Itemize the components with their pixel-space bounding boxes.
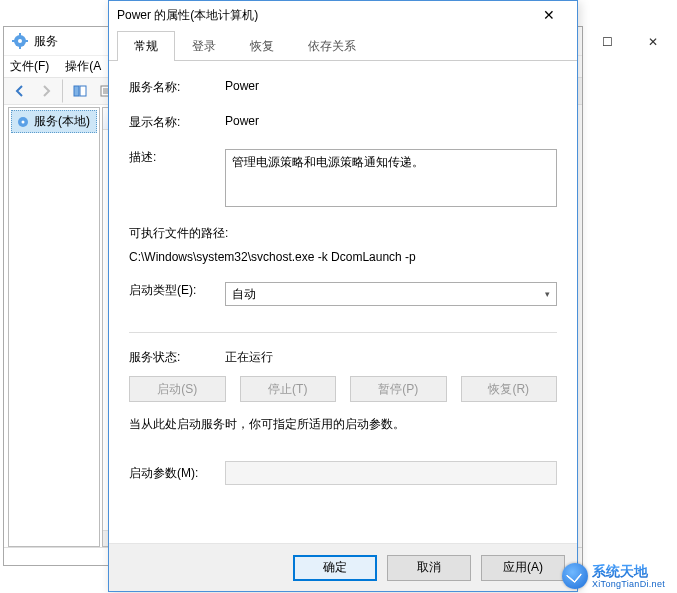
menu-file[interactable]: 文件(F) xyxy=(10,58,49,75)
services-title: 服务 xyxy=(34,33,58,50)
dialog-titlebar[interactable]: Power 的属性(本地计算机) ✕ xyxy=(109,1,577,29)
start-params-input xyxy=(225,461,557,485)
tab-general[interactable]: 常规 xyxy=(117,31,175,61)
svg-point-9 xyxy=(22,120,25,123)
label-startup-type: 启动类型(E): xyxy=(129,282,225,299)
tree-item-services-local[interactable]: 服务(本地) xyxy=(11,110,97,133)
dialog-footer: 确定 取消 应用(A) xyxy=(109,543,577,591)
dialog-body: 服务名称: Power 显示名称: Power 描述: 管理电源策略和电源策略通… xyxy=(109,61,577,543)
value-service-name: Power xyxy=(225,79,557,93)
chevron-down-icon: ▾ xyxy=(545,289,550,299)
svg-rect-3 xyxy=(80,86,86,96)
startup-type-select[interactable]: 自动 ▾ xyxy=(225,282,557,306)
dialog-close-button[interactable]: ✕ xyxy=(529,3,569,27)
close-button[interactable]: ✕ xyxy=(631,28,676,56)
dialog-tabs: 常规 登录 恢复 依存关系 xyxy=(109,31,577,61)
start-button[interactable]: 启动(S) xyxy=(129,376,226,402)
svg-point-1 xyxy=(18,39,22,43)
value-startup-type: 自动 xyxy=(232,286,256,303)
label-service-status: 服务状态: xyxy=(129,349,225,366)
tree-item-label: 服务(本地) xyxy=(34,113,90,130)
cancel-button[interactable]: 取消 xyxy=(387,555,471,581)
show-hide-button[interactable] xyxy=(68,79,92,103)
label-exec-path: 可执行文件的路径: xyxy=(129,225,557,242)
service-control-buttons: 启动(S) 停止(T) 暂停(P) 恢复(R) xyxy=(129,376,557,402)
label-description: 描述: xyxy=(129,149,225,166)
gear-icon xyxy=(16,115,30,129)
divider xyxy=(129,332,557,333)
start-params-hint: 当从此处启动服务时，你可指定所适用的启动参数。 xyxy=(129,416,557,433)
toolbar-separator xyxy=(62,79,64,103)
tab-dependencies[interactable]: 依存关系 xyxy=(291,31,373,61)
svg-rect-2 xyxy=(74,86,79,96)
watermark: 系统天地 XiTongTianDi.net xyxy=(562,563,665,589)
ok-button[interactable]: 确定 xyxy=(293,555,377,581)
maximize-button[interactable]: ☐ xyxy=(585,28,630,56)
services-icon xyxy=(12,33,28,49)
value-display-name: Power xyxy=(225,114,557,128)
resume-button[interactable]: 恢复(R) xyxy=(461,376,558,402)
watermark-url: XiTongTianDi.net xyxy=(592,579,665,589)
label-display-name: 显示名称: xyxy=(129,114,225,131)
menu-action[interactable]: 操作(A xyxy=(65,58,101,75)
value-exec-path: C:\Windows\system32\svchost.exe -k DcomL… xyxy=(129,250,557,264)
dialog-title: Power 的属性(本地计算机) xyxy=(117,7,529,24)
description-textbox[interactable]: 管理电源策略和电源策略通知传递。 xyxy=(225,149,557,207)
pause-button[interactable]: 暂停(P) xyxy=(350,376,447,402)
tab-recovery[interactable]: 恢复 xyxy=(233,31,291,61)
value-description: 管理电源策略和电源策略通知传递。 xyxy=(232,155,424,169)
back-button[interactable] xyxy=(8,79,32,103)
label-service-name: 服务名称: xyxy=(129,79,225,96)
forward-button[interactable] xyxy=(34,79,58,103)
value-service-status: 正在运行 xyxy=(225,349,557,366)
tab-logon[interactable]: 登录 xyxy=(175,31,233,61)
properties-dialog: Power 的属性(本地计算机) ✕ 常规 登录 恢复 依存关系 服务名称: P… xyxy=(108,0,578,592)
watermark-logo-icon xyxy=(562,563,588,589)
label-start-params: 启动参数(M): xyxy=(129,465,217,482)
services-tree[interactable]: 服务(本地) xyxy=(8,107,100,547)
stop-button[interactable]: 停止(T) xyxy=(240,376,337,402)
apply-button[interactable]: 应用(A) xyxy=(481,555,565,581)
